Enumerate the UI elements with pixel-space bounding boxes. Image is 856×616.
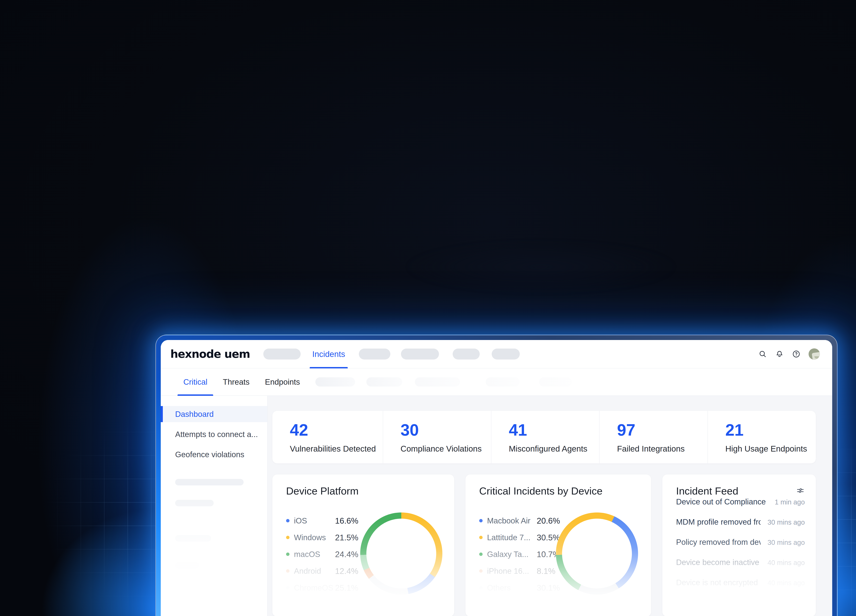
legend-row: Lattitude 7... 30.5% [479,533,560,542]
sidebar-item-geofence[interactable]: Geofence violations [161,446,267,462]
nav-placeholder-3[interactable] [401,349,439,359]
stat-compliance: 30 Compliance Violations [383,411,491,463]
legend-value-lattitude: 30.5% [537,533,560,542]
legend-dot-iphone [479,569,483,573]
legend-label-lattitude: Lattitude 7... [487,533,537,542]
legend-row: macOS 24.4% [286,550,358,558]
sidebar-placeholder-1[interactable] [175,479,243,485]
legend-label-macbook-air: Macbook Air [487,516,537,525]
subtab-endpoints-label: Endpoints [265,377,300,387]
stat-failed-integrations-label: Failed Integrations [617,444,701,453]
subtab-critical-label: Critical [183,377,208,387]
stat-high-usage-value: 21 [725,422,809,438]
sidebar-item-attempts[interactable]: Attempts to connect a... [161,426,267,442]
subtab-placeholder-5[interactable] [539,377,572,387]
legend-label-macos: macOS [294,550,335,559]
stat-compliance-value: 30 [400,422,484,438]
nav-placeholder-2[interactable] [359,349,390,359]
incident-feed-card: Incident Feed Device out of Compliance [662,475,816,616]
legend-label-others: Others [487,583,537,592]
stat-vulnerabilities-value: 42 [290,422,376,438]
main-content: 42 Vulnerabilities Detected 30 Complianc… [268,396,832,616]
feed-item[interactable]: Policy removed from device 30 mins ago [676,538,805,547]
feed-item[interactable]: Device out of Compliance 1 min ago [676,497,805,506]
feed-item[interactable]: MDM profile removed from device 30 mins … [676,517,805,527]
device-platform-title: Device Platform [286,485,359,497]
help-icon[interactable] [792,350,801,358]
cards-row: Device Platform iOS 16.6% Windows [273,475,816,616]
legend-dot-others [479,586,483,590]
sidebar-item-geofence-label: Geofence violations [175,450,244,459]
tab-incidents[interactable]: Incidents [312,340,345,368]
device-platform-card: Device Platform iOS 16.6% Windows [273,475,454,616]
stat-compliance-label: Compliance Violations [400,444,484,453]
stat-failed-integrations-value: 97 [617,422,701,438]
subtab-placeholder-3[interactable] [415,377,460,387]
device-platform-legend: iOS 16.6% Windows 21.5% [286,516,358,601]
incident-feed-title: Incident Feed [676,485,738,497]
sidebar-placeholder-4[interactable] [175,562,199,568]
subtab-placeholder-2[interactable] [366,377,402,387]
search-icon[interactable] [758,350,767,358]
legend-dot-lattitude [479,536,483,539]
subtab-endpoints[interactable]: Endpoints [265,369,300,395]
nav-placeholder-1[interactable] [263,349,301,359]
legend-dot-macbook-air [479,519,483,522]
stat-misconfigured-value: 41 [509,422,592,438]
legend-value-macbook-air: 20.6% [537,516,560,525]
sidebar-placeholder-3[interactable] [175,535,211,542]
sliders-icon[interactable] [796,486,805,495]
legend-dot-chromeos [286,586,289,590]
feed-item-time: 30 mins ago [767,539,805,546]
legend-dot-ios [286,519,289,522]
incident-feed-list: Device out of Compliance 1 min ago MDM p… [676,497,805,598]
feed-item[interactable]: Device become inactive 40 mins ago [676,558,805,567]
legend-value-android: 12.4% [335,566,358,576]
legend-row: Others 30.1% [479,584,560,592]
legend-label-chromeos: ChromeOS [294,583,335,592]
sidebar-item-attempts-label: Attempts to connect a... [175,430,258,439]
feed-item-time: 1 min ago [775,498,805,506]
subtab-critical[interactable]: Critical [183,369,208,395]
sidebar: Dashboard Attempts to connect a... Geofe… [161,396,268,616]
legend-label-iphone: iPhone 16... [487,566,537,576]
legend-dot-galaxy-tab [479,553,483,556]
dashboard-window: hexnode uem Incidents [155,335,838,616]
subtab-placeholder-4[interactable] [486,377,520,387]
nav-placeholder-5[interactable] [492,349,520,359]
legend-value-chromeos: 25.1% [335,583,358,593]
top-navbar: hexnode uem Incidents [161,340,832,369]
feed-item-time: 40 mins ago [767,579,805,587]
stat-vulnerabilities: 42 Vulnerabilities Detected [273,411,383,463]
subtab-placeholder-1[interactable] [316,377,355,387]
stat-vulnerabilities-label: Vulnerabilities Detected [290,444,376,453]
sidebar-placeholder-2[interactable] [175,500,214,506]
stat-failed-integrations: 97 Failed Integrations [599,411,707,463]
subtab-threats[interactable]: Threats [223,369,249,395]
critical-incidents-legend: Macbook Air 20.6% Lattitude 7... 30.5% [479,516,560,601]
nav-placeholder-4[interactable] [453,349,480,359]
app-body: Dashboard Attempts to connect a... Geofe… [161,396,832,616]
hexnode-logo: hexnode uem [170,348,250,360]
legend-label-android: Android [294,566,335,576]
legend-value-iphone: 8.1% [537,566,555,576]
user-avatar[interactable] [808,349,820,359]
legend-dot-macos [286,553,289,556]
stat-high-usage: 21 High Usage Endpoints [708,411,816,463]
legend-row: Windows 21.5% [286,533,358,542]
stat-misconfigured-label: Misconfigured Agents [509,444,592,453]
legend-value-ios: 16.6% [335,516,358,525]
sidebar-item-dashboard-label: Dashboard [175,409,214,419]
feed-item-time: 30 mins ago [767,518,805,526]
feed-item[interactable]: Device is not encrypted 40 mins ago [676,578,805,587]
sidebar-item-dashboard[interactable]: Dashboard [161,406,267,422]
legend-value-macos: 24.4% [335,550,358,559]
legend-value-windows: 21.5% [335,533,358,542]
critical-incidents-donut-chart [556,513,638,594]
subnav: Critical Threats Endpoints [161,369,832,396]
feed-item-text: Policy removed from device [676,538,761,547]
legend-dot-android [286,569,289,573]
critical-incidents-card: Critical Incidents by Device Macbook Air… [465,475,651,616]
notification-bell-icon[interactable] [775,350,784,358]
legend-label-ios: iOS [294,516,335,525]
